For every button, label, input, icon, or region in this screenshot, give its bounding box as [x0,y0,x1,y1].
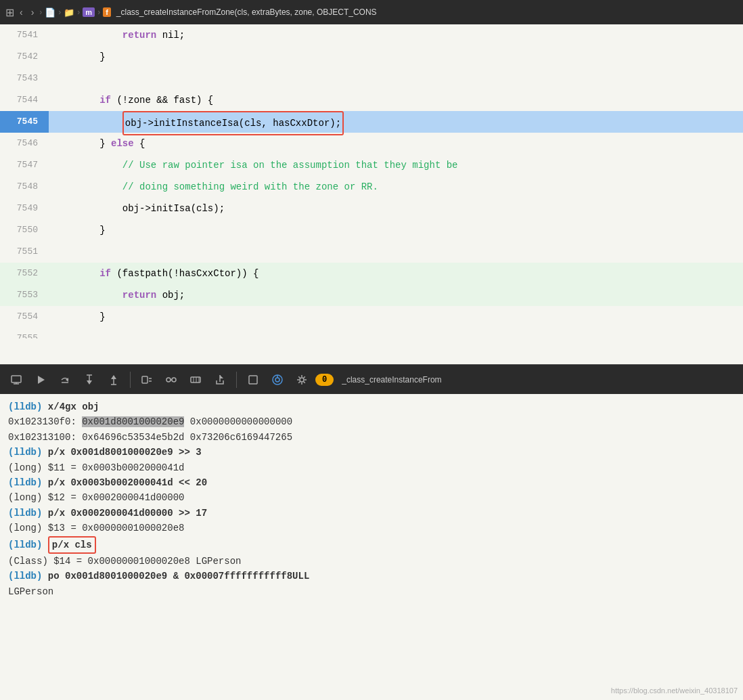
m-file-icon: m [83,7,95,17]
line-content-7548: // doing something weird with the zone o… [49,176,743,198]
code-line-7554: 7554 } [0,306,743,328]
code-line-7546: 7546 } else { [0,133,743,154]
toolbar-sep-2 [236,372,237,388]
thread-tag: 0 [315,374,334,386]
sep4: › [97,7,100,17]
lldb-console[interactable]: (lldb) x/4gx obj 0x1023130f0: 0x001d8001… [0,394,743,700]
svg-marker-10 [111,375,116,379]
console-line-4: (lldb) p/x 0x001d8001000020e9 >> 3 [8,445,735,460]
line-content-7550: } [49,219,743,241]
grid-icon: ⊞ [5,6,14,19]
console-line-6: (lldb) p/x 0x0003b0002000041d << 20 [8,475,735,490]
svg-marker-3 [38,376,45,384]
step-out-button[interactable] [103,369,125,391]
line-content-7554: } [49,306,743,328]
line-content-7545: obj->initInstanceIsa(cls, hasCxxDtor); [49,111,743,133]
svg-point-26 [275,378,279,382]
svg-point-16 [172,378,176,382]
console-line-13: LGPerson [8,584,735,599]
svg-point-28 [300,378,304,382]
line-content-7543 [49,68,743,89]
share-button[interactable] [209,369,231,391]
breadcrumb-title: _class_createInstanceFromZone(cls, extra… [116,7,377,17]
memory-button[interactable] [185,369,206,391]
toolbar-sep-1 [130,372,131,388]
thread-button[interactable] [267,369,288,391]
line-content-7546: } else { [49,133,743,154]
line-num-7544: 7544 [0,89,49,111]
line-num-7546: 7546 [0,133,49,154]
run-button[interactable] [30,369,51,391]
line-content-7547: // Use raw pointer isa on the assumption… [49,154,743,176]
code-line-7550: 7550 } [0,219,743,241]
line-num-7550: 7550 [0,219,49,241]
breakpoints-button[interactable] [136,369,158,391]
svg-point-15 [166,378,171,382]
code-line-7552: 7552 if (fastpath(!hasCxxCtor)) { [0,263,743,284]
svg-rect-0 [12,376,21,382]
line-num-7554: 7554 [0,306,49,328]
code-line-7541: 7541 return nil; [0,24,743,46]
line-content-7555 [49,328,743,338]
line-content-7544: if (!zone && fast) { [49,89,743,111]
svg-rect-24 [249,376,257,384]
debug-toolbar: 0 _class_createInstanceFrom [0,364,743,394]
forward-button[interactable]: › [28,5,37,19]
watermark: https://blog.csdn.net/weixin_40318107 [611,685,738,697]
code-line-7555: 7555 [0,328,743,338]
code-line-7549: 7549 obj->initIsa(cls); [0,198,743,219]
code-line-7553: 7553 return obj; [0,284,743,306]
console-line-3: 0x102313100: 0x64696c53534e5b2d 0x73206c… [8,430,735,445]
line-num-7543: 7543 [0,68,49,89]
frame-button[interactable] [242,369,264,391]
settings-button[interactable] [291,369,313,391]
console-button[interactable] [5,369,27,391]
line-content-7551 [49,241,743,263]
line-num-7551: 7551 [0,241,49,263]
console-line-1: (lldb) x/4gx obj [8,399,735,414]
step-in-button[interactable] [78,369,100,391]
line-num-7548: 7548 [0,176,49,198]
console-line-11: (Class) $14 = 0x00000001000020e8 LGPerso… [8,554,735,569]
breadcrumb-bar: ⊞ ‹ › › 📄 › 📁 › m › f _class_createInsta… [0,0,743,24]
sep3: › [77,7,80,17]
line-content-7541: return nil; [49,24,743,46]
variables-button[interactable] [160,369,182,391]
code-editor: 7541 return nil; 7542 } 7543 7544 if (!z… [0,24,743,364]
console-line-9: (long) $13 = 0x00000001000020e8 [8,521,735,535]
folder-icon: 📁 [64,7,74,18]
line-content-7553: return obj; [49,284,743,306]
code-line-7545: 7545 obj->initInstanceIsa(cls, hasCxxDto… [0,111,743,133]
line-num-7547: 7547 [0,154,49,176]
line-num-7552: 7552 [0,263,49,284]
code-line-7542: 7542 } [0,46,743,68]
code-line-7547: 7547 // Use raw pointer isa on the assum… [0,154,743,176]
code-line-7548: 7548 // doing something weird with the z… [0,176,743,198]
sep2: › [58,7,61,17]
line-num-7545: 7545 [0,111,49,133]
sep1: › [39,7,42,17]
line-num-7553: 7553 [0,284,49,306]
code-line-7544: 7544 if (!zone && fast) { [0,89,743,111]
line-content-7552: if (fastpath(!hasCxxCtor)) { [49,263,743,284]
code-line-7543: 7543 [0,68,743,89]
line-num-7542: 7542 [0,46,49,68]
line-num-7541: 7541 [0,24,49,46]
code-line-7551: 7551 [0,241,743,263]
line-num-7555: 7555 [0,328,49,338]
back-button[interactable]: ‹ [17,5,26,19]
line-num-7549: 7549 [0,198,49,219]
line-content-7549: obj->initIsa(cls); [49,198,743,219]
line-content-7542: } [49,46,743,68]
svg-rect-12 [142,376,148,383]
console-line-12: (lldb) po 0x001d8001000020e9 & 0x00007ff… [8,569,735,584]
f-function-icon: f [103,7,111,17]
console-line-7: (long) $12 = 0x0002000041d00000 [8,490,735,505]
console-line-5: (long) $11 = 0x0003b0002000041d [8,460,735,475]
file-icon: 📄 [45,7,55,18]
step-over-button[interactable] [54,369,76,391]
toolbar-status-text: _class_createInstanceFrom [342,375,441,385]
svg-marker-7 [87,380,92,385]
console-line-10: (lldb) p/x cls [8,536,735,554]
console-line-8: (lldb) p/x 0x0002000041d00000 >> 17 [8,506,735,521]
